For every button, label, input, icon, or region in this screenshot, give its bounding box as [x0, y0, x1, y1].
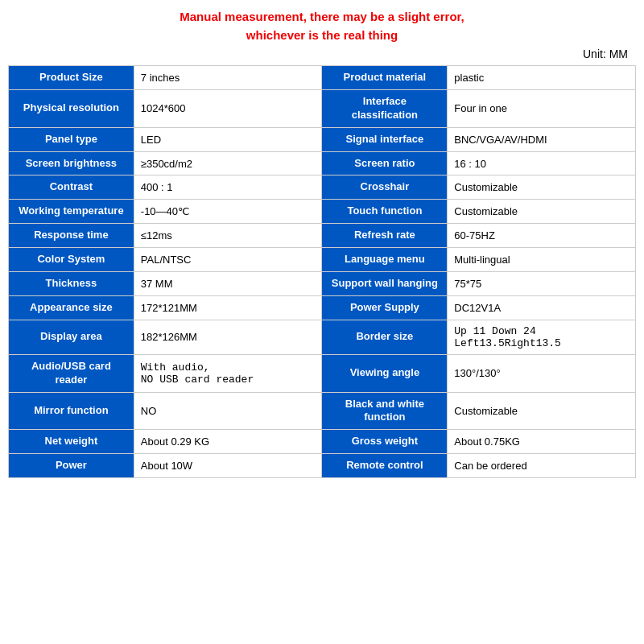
table-row: Color SystemPAL/NTSCLanguage menuMulti-l…: [9, 248, 636, 272]
right-value-cell: Can be ordered: [448, 454, 636, 478]
right-label-cell: Product material: [322, 66, 448, 90]
right-value-cell: Four in one: [448, 89, 636, 127]
right-label-cell: Interface classification: [322, 89, 448, 127]
table-row: Response time≤12msRefresh rate60-75HZ: [9, 224, 636, 248]
left-label-cell: Panel type: [9, 127, 134, 151]
right-label-cell: Crosshair: [322, 175, 448, 200]
left-value-cell: 400 : 1: [134, 175, 322, 200]
left-value-cell: -10—40℃: [134, 200, 322, 224]
right-label-cell: Remote control: [322, 454, 448, 478]
left-value-cell: ≥350cd/m2: [134, 151, 322, 175]
right-value-cell: Customizable: [448, 200, 636, 224]
left-label-cell: Net weight: [9, 430, 134, 454]
left-value-cell: 182*126MM: [134, 320, 322, 354]
table-row: Panel typeLEDSignal interfaceBNC/VGA/AV/…: [9, 127, 636, 151]
right-value-cell: About 0.75KG: [448, 430, 636, 454]
right-value-cell: 130°/130°: [448, 354, 636, 392]
table-row: PowerAbout 10WRemote controlCan be order…: [9, 454, 636, 478]
left-label-cell: Screen brightness: [9, 151, 134, 175]
table-row: Net weightAbout 0.29 KGGross weightAbout…: [9, 430, 636, 454]
left-label-cell: Display area: [9, 320, 134, 354]
table-row: Audio/USB card readerWith audio, NO USB …: [9, 354, 636, 392]
right-label-cell: Language menu: [322, 248, 448, 272]
table-row: Mirror functionNOBlack and white functio…: [9, 392, 636, 430]
left-value-cell: 7 inches: [134, 66, 322, 90]
left-value-cell: 37 MM: [134, 272, 322, 296]
table-row: Product Size7 inchesProduct materialplas…: [9, 66, 636, 90]
left-value-cell: About 10W: [134, 454, 322, 478]
left-value-cell: ≤12ms: [134, 224, 322, 248]
left-value-cell: PAL/NTSC: [134, 248, 322, 272]
right-value-cell: DC12V1A: [448, 295, 636, 320]
left-label-cell: Appearance size: [9, 295, 134, 320]
header-note: Manual measurement, there may be a sligh…: [8, 8, 636, 44]
right-value-cell: Customizable: [448, 175, 636, 200]
right-value-cell: plastic: [448, 66, 636, 90]
left-value-cell: 1024*600: [134, 89, 322, 127]
right-label-cell: Gross weight: [322, 430, 448, 454]
table-row: Physical resolution1024*600Interface cla…: [9, 89, 636, 127]
right-value-cell: 16 : 10: [448, 151, 636, 175]
right-label-cell: Refresh rate: [322, 224, 448, 248]
left-label-cell: Physical resolution: [9, 89, 134, 127]
left-label-cell: Working temperature: [9, 200, 134, 224]
right-label-cell: Support wall hanging: [322, 272, 448, 296]
left-label-cell: Product Size: [9, 66, 134, 90]
table-row: Thickness37 MMSupport wall hanging75*75: [9, 272, 636, 296]
right-value-cell: 75*75: [448, 272, 636, 296]
right-value-cell: Customizable: [448, 392, 636, 430]
table-row: Appearance size172*121MMPower SupplyDC12…: [9, 295, 636, 320]
note-line1: Manual measurement, there may be a sligh…: [8, 8, 636, 27]
right-label-cell: Viewing angle: [322, 354, 448, 392]
spec-table: Product Size7 inchesProduct materialplas…: [8, 65, 636, 478]
table-row: Working temperature-10—40℃Touch function…: [9, 200, 636, 224]
left-value-cell: LED: [134, 127, 322, 151]
left-label-cell: Audio/USB card reader: [9, 354, 134, 392]
right-value-cell: Multi-lingual: [448, 248, 636, 272]
note-line2: whichever is the real thing: [8, 27, 636, 45]
left-value-cell: About 0.29 KG: [134, 430, 322, 454]
unit-line: Unit: MM: [8, 47, 636, 60]
left-value-cell: NO: [134, 392, 322, 430]
left-value-cell: With audio, NO USB card reader: [134, 354, 322, 392]
right-value-cell: Up 11 Down 24 Left13.5Right13.5: [448, 320, 636, 354]
right-label-cell: Border size: [322, 320, 448, 354]
right-value-cell: 60-75HZ: [448, 224, 636, 248]
right-label-cell: Signal interface: [322, 127, 448, 151]
left-label-cell: Thickness: [9, 272, 134, 296]
left-label-cell: Mirror function: [9, 392, 134, 430]
right-label-cell: Power Supply: [322, 295, 448, 320]
right-label-cell: Touch function: [322, 200, 448, 224]
right-value-cell: BNC/VGA/AV/HDMI: [448, 127, 636, 151]
right-label-cell: Black and white function: [322, 392, 448, 430]
table-row: Contrast400 : 1CrosshairCustomizable: [9, 175, 636, 200]
table-row: Screen brightness≥350cd/m2Screen ratio16…: [9, 151, 636, 175]
right-label-cell: Screen ratio: [322, 151, 448, 175]
left-value-cell: 172*121MM: [134, 295, 322, 320]
left-label-cell: Response time: [9, 224, 134, 248]
left-label-cell: Color System: [9, 248, 134, 272]
table-row: Display area182*126MMBorder sizeUp 11 Do…: [9, 320, 636, 354]
left-label-cell: Power: [9, 454, 134, 478]
left-label-cell: Contrast: [9, 175, 134, 200]
